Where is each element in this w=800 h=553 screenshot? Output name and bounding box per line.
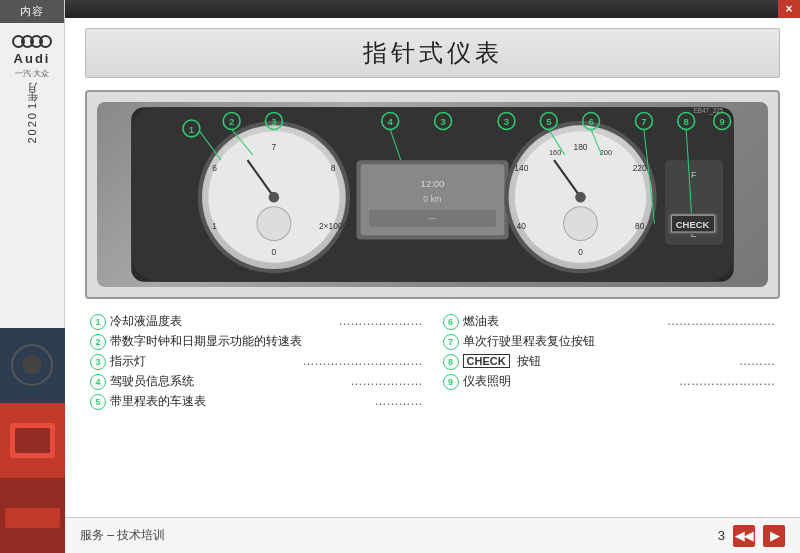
svg-rect-5 [15,428,50,453]
svg-text:1: 1 [212,221,217,231]
svg-text:3: 3 [504,116,509,127]
next-button[interactable]: ▶ [763,525,785,547]
svg-point-40 [575,192,586,203]
desc-item-5: 5 带里程表的车速表 ………… [90,393,423,410]
desc-dots-5: ………… [375,394,423,408]
svg-text:CHECK: CHECK [676,219,710,230]
audi-ring-4 [39,35,52,48]
sidebar-image-2-svg [0,403,65,478]
svg-text:3: 3 [440,116,445,127]
desc-num-3: 3 [90,354,106,370]
svg-text:9: 9 [720,116,725,127]
check-badge: CHECK [463,354,510,368]
svg-text:6: 6 [588,116,593,127]
desc-num-1: 1 [90,314,106,330]
svg-text:8: 8 [331,163,336,173]
footer-text: 服务 – 技术培训 [80,527,165,544]
desc-num-7: 7 [443,334,459,350]
svg-text:12:00: 12:00 [421,178,445,189]
main-content: × 指针式仪表 [65,0,800,553]
svg-point-18 [257,207,291,241]
svg-text:---: --- [428,213,437,223]
close-button[interactable]: × [778,0,800,18]
sidebar-image-1 [0,328,65,403]
desc-text-5: 带里程表的车速表 [110,393,371,410]
topbar: × [65,0,800,18]
svg-point-20 [269,192,280,203]
cluster-diagram: 7 0 6 1 8 2×1000 12:00 0 km [97,102,768,287]
svg-text:1: 1 [189,124,195,135]
desc-dots-9: …………………… [679,374,775,388]
desc-item-1: 1 冷却液温度表 ………………… [90,313,423,330]
sidebar-image-1-svg [0,328,65,403]
desc-text-1: 冷却液温度表 [110,313,335,330]
desc-item-4: 4 驾驶员信息系统 ……………… [90,373,423,390]
svg-text:0: 0 [272,247,277,257]
svg-text:EB47_225: EB47_225 [694,107,724,115]
footer-right: 3 ◀◀ ▶ [718,525,785,547]
brand-sub: 一汽·大众 [15,68,49,79]
content-area: 指针式仪表 [65,18,800,517]
desc-item-3: 3 指示灯 ………………………… [90,353,423,370]
desc-text-2: 带数字时钟和日期显示功能的转速表 [110,333,423,350]
svg-text:7: 7 [272,142,277,152]
prev-button[interactable]: ◀◀ [733,525,755,547]
desc-item-6: 6 燃油表 ……………………… [443,313,776,330]
sidebar: 内容 Audi 一汽·大众 2020年1月 [0,0,65,553]
desc-item-7: 7 单次行驶里程表复位按钮 [443,333,776,350]
footer: 服务 – 技术培训 3 ◀◀ ▶ [65,517,800,553]
cluster-container: 7 0 6 1 8 2×1000 12:00 0 km [85,90,780,299]
sidebar-image-3-svg [0,478,65,553]
svg-text:140: 140 [514,163,528,173]
svg-text:80: 80 [635,221,645,231]
desc-item-9: 9 仪表照明 …………………… [443,373,776,390]
desc-text-4: 驾驶员信息系统 [110,373,347,390]
svg-text:200: 200 [600,148,612,157]
svg-text:220: 220 [633,163,647,173]
svg-text:180: 180 [573,142,587,152]
audi-logo: Audi 一汽·大众 [12,35,52,79]
desc-num-8: 8 [443,354,459,370]
descriptions-grid: 1 冷却液温度表 ………………… 6 燃油表 ……………………… 2 带数字时钟… [85,313,780,410]
svg-rect-7 [5,508,60,528]
desc-dots-3: ………………………… [303,354,423,368]
desc-dots-8: ……… [739,354,775,368]
desc-dots-6: ……………………… [667,314,775,328]
svg-text:0: 0 [578,247,583,257]
svg-text:8: 8 [684,116,689,127]
sidebar-image-3 [0,478,65,553]
sidebar-image-2 [0,403,65,478]
brand-name: Audi [14,51,51,66]
desc-text-8: 按钮 [514,353,735,370]
svg-text:5: 5 [546,116,552,127]
desc-dots-4: ……………… [351,374,423,388]
svg-text:3: 3 [271,116,276,127]
desc-dots-1: ………………… [339,314,423,328]
svg-text:7: 7 [641,116,646,127]
svg-text:2: 2 [229,116,234,127]
svg-point-2 [22,355,42,375]
desc-num-9: 9 [443,374,459,390]
desc-text-3: 指示灯 [110,353,299,370]
svg-text:2×1000: 2×1000 [319,221,348,231]
sidebar-images [0,328,64,553]
prev-icon: ◀◀ [735,529,753,543]
svg-text:40: 40 [517,221,527,231]
next-icon: ▶ [770,529,779,543]
desc-num-2: 2 [90,334,106,350]
desc-num-6: 6 [443,314,459,330]
svg-text:0 km: 0 km [423,194,441,204]
cluster-svg: 7 0 6 1 8 2×1000 12:00 0 km [97,102,768,287]
svg-text:160: 160 [549,148,561,157]
desc-item-2: 2 带数字时钟和日期显示功能的转速表 [90,333,423,350]
svg-text:F: F [691,170,696,180]
title-box: 指针式仪表 [85,28,780,78]
desc-text-6: 燃油表 [463,313,664,330]
desc-num-5: 5 [90,394,106,410]
sidebar-year: 2020年1月 [25,99,40,144]
svg-point-38 [564,207,598,241]
audi-rings-icon [12,35,52,48]
sidebar-header: 内容 [0,0,64,23]
page-number: 3 [718,528,725,543]
page-title: 指针式仪表 [363,39,503,66]
